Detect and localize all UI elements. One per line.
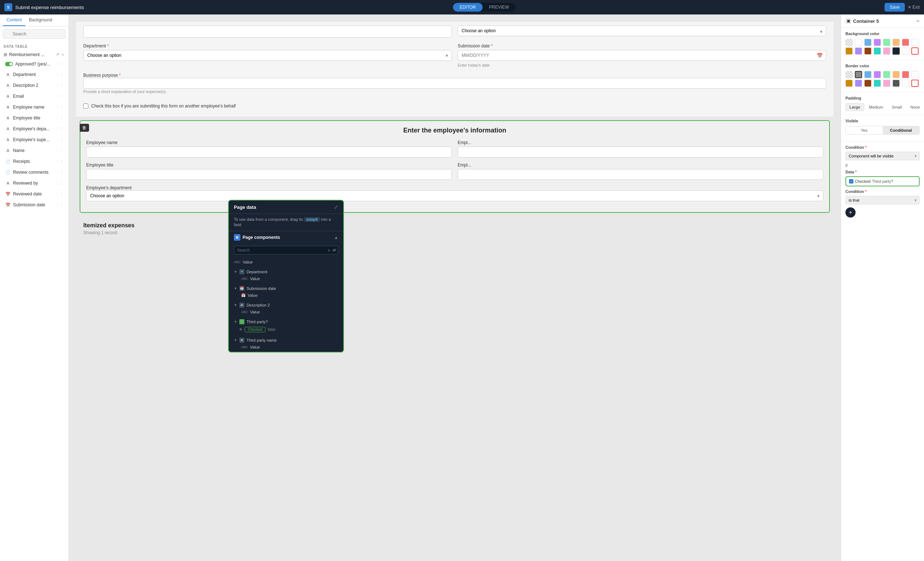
- border-swatch-gray-selected[interactable]: [855, 71, 862, 78]
- sidebar-item-receipts[interactable]: 📄 Receipts ⋮⋮: [2, 156, 67, 166]
- sidebar-item-submission-date[interactable]: 📅 Submission date ⋮⋮: [2, 200, 67, 210]
- visible-yes[interactable]: Yes: [846, 126, 883, 134]
- drag-handle[interactable]: ⋮⋮: [56, 116, 63, 121]
- color-swatch-blue[interactable]: [864, 39, 872, 46]
- employees-dept-select[interactable]: Choose an option: [86, 190, 824, 201]
- sidebar-item-description2[interactable]: A Description 2 ⋮⋮: [2, 80, 67, 90]
- container-icon: ▣: [845, 18, 851, 24]
- table-link-btn[interactable]: ↗: [55, 51, 60, 58]
- color-swatch-purple2[interactable]: [855, 48, 862, 55]
- search-input[interactable]: [3, 29, 66, 39]
- preview-tab[interactable]: PREVIEW: [483, 3, 516, 12]
- border-swatch-blue[interactable]: [864, 71, 872, 78]
- color-swatch-purple[interactable]: [874, 39, 881, 46]
- sidebar-item-employee-sup[interactable]: A Employee's supe... ⋮⋮: [2, 135, 67, 145]
- sidebar-item-employee-name[interactable]: A Employee name ⋮⋮: [2, 102, 67, 112]
- editor-tab[interactable]: EDITOR: [453, 3, 482, 12]
- business-purpose-input[interactable]: [83, 78, 826, 89]
- border-swatch-red[interactable]: [902, 71, 909, 78]
- employee-title-input[interactable]: [86, 169, 452, 180]
- padding-large[interactable]: Large: [845, 103, 864, 111]
- employee-name-input[interactable]: [86, 147, 452, 157]
- drag-handle[interactable]: ⋮⋮: [56, 62, 63, 67]
- save-button[interactable]: Save: [885, 3, 904, 12]
- sidebar-item-name[interactable]: A Name ⋮⋮: [2, 145, 67, 156]
- color-swatch-yellow[interactable]: [845, 48, 853, 55]
- condition2-select[interactable]: is true: [845, 196, 920, 205]
- sidebar-item-reviewed-by[interactable]: A Reviewed by ⋮⋮: [2, 178, 67, 188]
- drag-handle[interactable]: ⋮⋮: [56, 127, 63, 132]
- submission-date-input[interactable]: [458, 50, 826, 61]
- drag-handle[interactable]: ⋮⋮: [56, 148, 63, 153]
- border-swatch-red-border[interactable]: [911, 79, 919, 87]
- data-field-box[interactable]: ✓ Checked Third party?: [845, 176, 920, 186]
- top-right-select[interactable]: Choose an option: [458, 25, 826, 36]
- border-swatch-teal[interactable]: [874, 79, 881, 87]
- sidebar-item-email[interactable]: A Email ⋮⋮: [2, 91, 67, 101]
- page-components-header[interactable]: ⊞ Page components ▲: [229, 231, 343, 244]
- color-swatch-white[interactable]: [855, 39, 862, 46]
- color-swatch-red[interactable]: [902, 39, 909, 46]
- sidebar-item-reviewed-date[interactable]: 📅 Reviewed date ⋮⋮: [2, 189, 67, 199]
- delete-button[interactable]: 🗑: [80, 124, 89, 132]
- drag-handle[interactable]: ⋮⋮: [56, 83, 63, 88]
- border-swatch-purple2[interactable]: [855, 79, 862, 87]
- color-swatch-white2[interactable]: [911, 39, 919, 46]
- color-swatch-empty[interactable]: [902, 48, 909, 55]
- drag-handle[interactable]: ⋮⋮: [56, 203, 63, 207]
- false-pill[interactable]: false: [268, 328, 275, 332]
- padding-none[interactable]: None: [907, 103, 924, 111]
- border-swatch-yellow[interactable]: [845, 79, 853, 87]
- sidebar-item-department[interactable]: A Department ⋮⋮: [2, 69, 67, 79]
- drag-handle[interactable]: ⋮⋮: [56, 72, 63, 77]
- color-swatch-pink[interactable]: [883, 48, 890, 55]
- panel-expand-btn[interactable]: ⤢: [334, 204, 338, 210]
- color-swatch-teal[interactable]: [874, 48, 881, 55]
- empl-col2b-input[interactable]: [458, 169, 824, 180]
- drag-handle[interactable]: ⋮⋮: [56, 94, 63, 99]
- drag-handle[interactable]: ⋮⋮: [56, 170, 63, 175]
- add-condition-button[interactable]: +: [845, 207, 856, 217]
- tab-background[interactable]: Background: [26, 15, 56, 26]
- border-swatch-brown[interactable]: [864, 79, 872, 87]
- border-swatch-purple[interactable]: [874, 71, 881, 78]
- padding-medium[interactable]: Medium: [865, 103, 887, 111]
- border-swatch-pink[interactable]: [883, 79, 890, 87]
- color-swatch-orange[interactable]: [892, 39, 900, 46]
- top-left-field[interactable]: [83, 25, 452, 37]
- department-select[interactable]: Choose an option: [83, 50, 452, 61]
- border-swatch-orange[interactable]: [892, 71, 900, 78]
- border-swatch-white[interactable]: [911, 71, 919, 78]
- border-swatch-empty[interactable]: [902, 79, 909, 87]
- color-swatch-dark[interactable]: [892, 48, 900, 55]
- color-swatch-transparent[interactable]: [845, 39, 853, 46]
- color-swatch-brown[interactable]: [864, 48, 872, 55]
- sidebar-item-review-comments[interactable]: 📄 Review comments ⋮⋮: [2, 167, 67, 177]
- sidebar-item-employee-dept[interactable]: A Employee's depa... ⋮⋮: [2, 124, 67, 134]
- clear-search-btn[interactable]: ✕: [331, 247, 339, 253]
- table-add-btn[interactable]: +: [61, 51, 65, 58]
- color-swatch-red-border[interactable]: [911, 48, 919, 55]
- tab-content[interactable]: Content: [3, 15, 26, 26]
- padding-small[interactable]: Small: [888, 103, 906, 111]
- mode-switcher[interactable]: EDITOR PREVIEW: [453, 3, 515, 12]
- drag-handle[interactable]: ⋮⋮: [56, 192, 63, 196]
- exit-button[interactable]: ✕ Exit: [908, 5, 920, 10]
- border-swatch-dark[interactable]: [892, 79, 900, 87]
- sidebar-item-employee-title[interactable]: A Employee title ⋮⋮: [2, 113, 67, 123]
- panel-search-input[interactable]: [234, 246, 338, 254]
- condition-select[interactable]: Component will be visible: [845, 152, 920, 160]
- drag-handle[interactable]: ⋮⋮: [56, 159, 63, 164]
- edit-icon[interactable]: ✏: [916, 19, 920, 24]
- empl-col2-input[interactable]: [458, 147, 824, 157]
- border-swatch-transparent[interactable]: [845, 71, 853, 78]
- sidebar-item-approved[interactable]: Approved? (yes/... ⋮⋮: [2, 59, 67, 69]
- color-swatch-green[interactable]: [883, 39, 890, 46]
- third-party-checkbox[interactable]: [83, 103, 88, 109]
- drag-handle[interactable]: ⋮⋮: [56, 181, 63, 186]
- visible-conditional[interactable]: Conditional: [883, 126, 920, 134]
- checked-pill[interactable]: Checked: [245, 327, 266, 332]
- drag-handle[interactable]: ⋮⋮: [56, 105, 63, 110]
- border-swatch-green[interactable]: [883, 71, 890, 78]
- drag-handle[interactable]: ⋮⋮: [56, 138, 63, 142]
